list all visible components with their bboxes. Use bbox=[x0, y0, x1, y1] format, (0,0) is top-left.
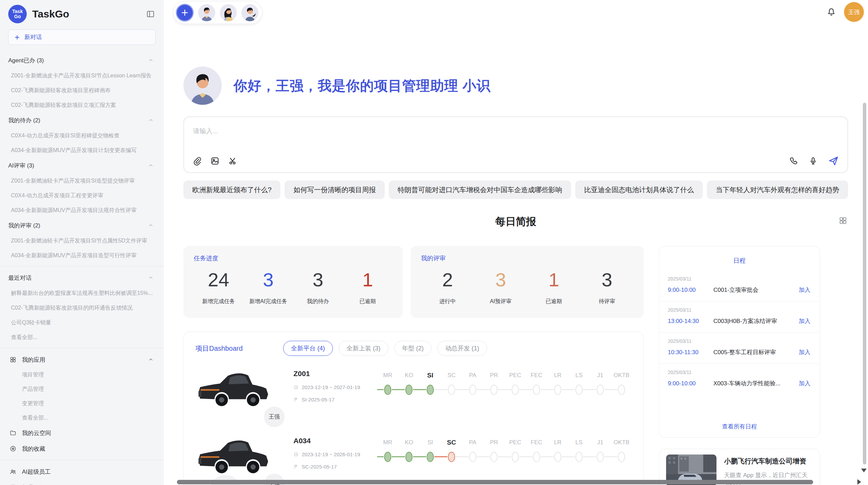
milestone-connector bbox=[441, 456, 447, 457]
new-chat-button[interactable]: 新对话 bbox=[8, 29, 156, 45]
screenshot-icon[interactable] bbox=[228, 156, 238, 166]
chat-input[interactable] bbox=[193, 127, 502, 135]
milestone-connector bbox=[590, 389, 596, 390]
conversation-item[interactable]: A034-全新新能源MUV产品开发项目法规符合性评审 bbox=[0, 203, 164, 217]
sidebar-tool-2[interactable]: 帮我写作 bbox=[0, 480, 164, 485]
milestone-connector bbox=[547, 456, 554, 457]
collapse-chevron-icon[interactable] bbox=[148, 163, 154, 168]
milestone-cell bbox=[590, 382, 611, 398]
collapse-chevron-icon[interactable] bbox=[148, 58, 154, 63]
project-flag-text: SI-2025-05-17 bbox=[302, 397, 335, 402]
join-meeting-link[interactable]: 加入 bbox=[799, 317, 810, 325]
sidebar-item-1[interactable]: 我的云空间 bbox=[0, 425, 164, 441]
clock-icon bbox=[293, 385, 299, 390]
dashboard-tab[interactable]: 全新上装 (3) bbox=[339, 341, 388, 356]
view-all-schedule-link[interactable]: 查看所有日程 bbox=[659, 423, 820, 431]
project-dates-text: 2023-12-19 ~ 2026-01-19 bbox=[302, 451, 360, 457]
conversation-item[interactable]: A034-全新新能源MUV产品开发项目计划变更表编写 bbox=[0, 143, 164, 158]
image-upload-icon[interactable] bbox=[210, 156, 220, 166]
app-sub-item[interactable]: 产品管理 bbox=[0, 382, 164, 396]
conversation-item[interactable]: C02-飞腾新能源轻客改款项目里程碑画布 bbox=[0, 83, 164, 98]
new-session-button[interactable] bbox=[176, 4, 194, 22]
join-meeting-link[interactable]: 加入 bbox=[799, 380, 810, 387]
schedule-row: 9:00-10:00X003-车辆动力学性能验...加入 bbox=[668, 380, 810, 387]
send-icon[interactable] bbox=[828, 155, 839, 167]
notification-bell-icon[interactable] bbox=[826, 7, 836, 17]
session-avatar-2[interactable] bbox=[220, 4, 237, 21]
recent-conversation-item[interactable]: 查看全部... bbox=[0, 330, 164, 345]
layout-grid-icon[interactable] bbox=[839, 216, 847, 225]
suggestion-chip[interactable]: 比亚迪全固态电池计划具体说了什么 bbox=[575, 181, 703, 199]
dashboard-tab[interactable]: 年型 (2) bbox=[394, 341, 432, 356]
sidebar-item-2[interactable]: 我的收藏 bbox=[0, 441, 164, 457]
schedule-date: 2025/03/11 bbox=[668, 370, 810, 375]
suggestion-chip[interactable]: 如何写一份清晰的项目周报 bbox=[285, 181, 385, 199]
session-avatar-3[interactable] bbox=[241, 4, 258, 21]
stat-value: 3 bbox=[243, 267, 293, 293]
horizontal-scrollbar[interactable] bbox=[177, 480, 813, 484]
vertical-scrollbar[interactable] bbox=[863, 103, 866, 464]
attach-icon[interactable] bbox=[192, 156, 202, 166]
collapse-chevron-icon[interactable] bbox=[148, 275, 154, 281]
milestone-connector bbox=[398, 389, 405, 390]
session-avatar-1[interactable] bbox=[198, 4, 215, 21]
conversation-item[interactable]: C02-飞腾新能源轻客改款项目立项汇报方案 bbox=[0, 98, 164, 112]
user-avatar[interactable]: 王强 bbox=[844, 2, 864, 22]
suggestion-chip[interactable]: 当下年轻人对汽车外观有怎样的喜好趋势 bbox=[707, 181, 848, 199]
milestone-label: SC bbox=[441, 436, 462, 449]
microphone-icon[interactable] bbox=[808, 156, 818, 166]
suggestion-chip[interactable]: 特朗普可能对进口汽车增税会对中国车企造成哪些影响 bbox=[389, 181, 571, 199]
recent-conversation-item[interactable]: 公司Q3轻卡销量 bbox=[0, 315, 164, 330]
app-sub-item[interactable]: 变更管理 bbox=[0, 396, 164, 411]
stat-label: AI预评审 bbox=[474, 298, 527, 305]
stat-label: 新增完成任务 bbox=[194, 298, 243, 305]
section-header: AI评审 (3) bbox=[0, 158, 164, 173]
collapse-chevron-icon[interactable] bbox=[148, 223, 154, 228]
milestone-label: OKTB bbox=[611, 436, 632, 449]
voice-call-icon[interactable] bbox=[789, 156, 799, 166]
conversation-item[interactable]: C0X4-动力总成开发项目工程变更评审 bbox=[0, 188, 164, 203]
app-sub-item[interactable]: 查看全部... bbox=[0, 411, 164, 425]
sidebar: Task Go TaskGo 新对话 Agent已办 (3)Z001-全新燃油皮… bbox=[0, 0, 164, 485]
app-sub-item[interactable]: 项目管理 bbox=[0, 368, 164, 382]
collapse-chevron-icon bbox=[148, 357, 154, 362]
sidebar-tool-1[interactable]: AI超级员工 bbox=[0, 464, 164, 480]
assistant-avatar bbox=[183, 66, 222, 105]
milestone-connector bbox=[413, 389, 420, 390]
truck-image bbox=[195, 368, 272, 411]
scroll-right-arrow-icon[interactable] bbox=[857, 479, 861, 485]
conversation-item[interactable]: Z001-全新燃油轻卡产品开发项目SI节点属性5D文件评审 bbox=[0, 233, 164, 248]
my-review-card: 我的评审 2进行中3AI预评审1已逾期3待评审 bbox=[411, 246, 644, 318]
scroll-down-arrow-icon[interactable] bbox=[861, 469, 867, 472]
schedule-event-title: X003-车辆动力学性能验... bbox=[713, 380, 794, 387]
collapse-sidebar-icon[interactable] bbox=[146, 10, 155, 18]
sidebar-item-my-apps[interactable]: 我的应用 bbox=[0, 352, 164, 368]
milestone-connector bbox=[583, 456, 590, 457]
conversation-item[interactable]: C0X4-动力总成开发项目SI里程碑提交物检查 bbox=[0, 128, 164, 143]
stat-待评审: 3待评审 bbox=[580, 267, 634, 305]
suggestion-chip[interactable]: 欧洲新规最近颁布了什么? bbox=[183, 181, 280, 199]
milestone-label: FEC bbox=[526, 369, 547, 382]
apps-grid-icon bbox=[10, 356, 16, 363]
dashboard-tab[interactable]: 动总开发 (1) bbox=[437, 341, 487, 356]
join-meeting-link[interactable]: 加入 bbox=[799, 286, 810, 294]
section-title: 我的评审 (2) bbox=[8, 222, 40, 229]
schedule-time: 9:00-10:00 bbox=[668, 287, 713, 294]
conversation-item[interactable]: Z001-全新燃油皮卡产品开发项目SI节点Lesson Learn报告 bbox=[0, 68, 164, 83]
conversation-item[interactable]: Z001-全新燃油轻卡产品开发项目SI造型提交物评审 bbox=[0, 173, 164, 188]
milestone-label: PEC bbox=[505, 369, 526, 382]
join-meeting-link[interactable]: 加入 bbox=[799, 348, 810, 356]
milestone-cell bbox=[483, 449, 505, 465]
milestone-label: SI bbox=[420, 436, 441, 449]
collapse-chevron-icon[interactable] bbox=[148, 117, 154, 123]
schedule-item: 2025/03/119:00-10:00X003-车辆动力学性能验...加入 bbox=[659, 364, 820, 395]
milestone-cell bbox=[420, 382, 441, 398]
conversation-item[interactable]: A034-全新新能源MUV产品开发项目造型可行性评审 bbox=[0, 248, 164, 263]
milestone-cell bbox=[505, 449, 526, 465]
milestone-connector bbox=[562, 389, 568, 390]
recent-conversation-item[interactable]: C02-飞腾新能源轻客改款项目的闭环通告反馈情况 bbox=[0, 300, 164, 315]
dashboard-tab[interactable]: 全新平台 (4) bbox=[283, 341, 333, 356]
schedule-item: 2025/03/1113:00-14:30C003|H0B-方案冻结评审加入 bbox=[659, 301, 820, 333]
recent-conversation-item[interactable]: 解释最新出台的欧盟报废车法规再生塑料比例被调至15%... bbox=[0, 286, 164, 300]
milestone-connector bbox=[526, 389, 532, 390]
